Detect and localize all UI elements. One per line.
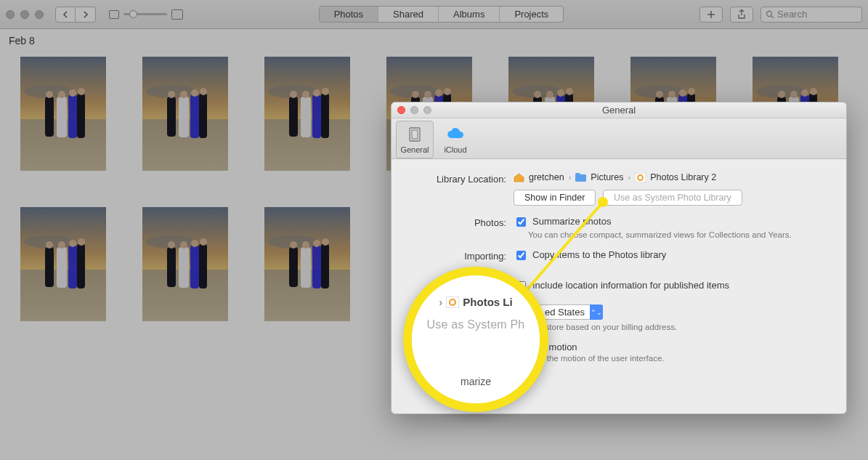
svg-rect-24 [575, 173, 580, 176]
search-placeholder: Search [777, 9, 807, 20]
share-icon [737, 9, 746, 20]
svg-point-10 [78, 88, 85, 95]
copy-items-label: Copy items to the Photos library [532, 249, 666, 260]
large-thumb-icon [171, 9, 183, 20]
chevron-right-icon: › [569, 173, 572, 182]
photo-thumbnail[interactable] [20, 57, 106, 171]
svg-rect-22 [412, 130, 418, 139]
photo-thumbnail[interactable] [142, 57, 228, 171]
tab-projects[interactable]: Projects [500, 7, 563, 22]
tab-photos[interactable]: Photos [320, 7, 378, 22]
svg-rect-4 [57, 97, 67, 137]
print-store-sub: a store based on your billing address. [538, 323, 833, 331]
include-location-label: Include location information for publish… [532, 280, 729, 291]
right-tool-group: Search [699, 7, 862, 23]
chevron-left-icon [62, 11, 68, 18]
photos-library-icon [635, 173, 646, 182]
photos-toolbar: Photos Shared Albums Projects Search [0, 0, 868, 29]
back-button[interactable] [55, 7, 76, 23]
reduce-motion-checkbox[interactable]: uce motion [531, 342, 833, 352]
icloud-icon [446, 125, 465, 144]
photo-thumbnail[interactable] [264, 207, 350, 321]
summarize-sub: You can choose compact, summarized views… [528, 230, 833, 239]
svg-point-9 [69, 89, 76, 97]
include-location-checkbox[interactable]: Include location information for publish… [514, 280, 833, 293]
copy-items-checkbox[interactable]: Copy items to the Photos library [514, 249, 833, 262]
svg-rect-25 [635, 173, 646, 182]
small-thumb-icon [109, 10, 119, 19]
magnifier-line1-text: Photos Li [463, 296, 512, 308]
magnifier-line3-text: marize [461, 376, 491, 387]
section-date: Feb 8 [9, 35, 35, 47]
add-button[interactable] [699, 7, 723, 23]
photo-content-icon [20, 57, 106, 171]
magnifier-line2-text: Use as System Ph [427, 318, 525, 331]
plus-icon [707, 10, 715, 19]
svg-rect-3 [45, 97, 54, 137]
prefs-titlebar: General [392, 102, 846, 118]
svg-rect-5 [68, 94, 77, 138]
svg-rect-6 [77, 93, 85, 138]
tab-shared[interactable]: Shared [378, 7, 439, 22]
thumbnail-size-slider[interactable] [109, 9, 183, 20]
home-folder-icon [514, 173, 524, 182]
use-as-system-library-button[interactable]: Use as System Photo Library [603, 190, 742, 206]
summarize-label: Summarize photos [532, 216, 611, 227]
svg-rect-28 [446, 296, 459, 308]
chevron-right-icon: › [628, 173, 630, 182]
crumb-pictures[interactable]: Pictures [591, 172, 623, 182]
prefs-title: General [392, 105, 846, 116]
window-traffic-lights [6, 10, 44, 19]
crumb-library[interactable]: Photos Library 2 [650, 172, 716, 182]
forward-button[interactable] [76, 7, 96, 23]
reduce-motion-sub-partial: uce the motion of the user interface. [531, 354, 833, 363]
close-dot[interactable] [6, 10, 15, 19]
zoom-dot[interactable] [35, 10, 44, 19]
summarize-checkbox-input[interactable] [516, 217, 526, 227]
search-field[interactable]: Search [760, 7, 862, 23]
photo-thumbnail[interactable] [142, 207, 228, 321]
tab-albums[interactable]: Albums [439, 7, 500, 22]
copy-items-checkbox-input[interactable] [516, 251, 526, 260]
library-location-label: Library Location: [405, 172, 514, 206]
svg-point-7 [46, 91, 53, 98]
chevron-right-icon [83, 11, 89, 18]
library-path-breadcrumb: gretchen › Pictures › Photos Library 2 [514, 172, 833, 182]
show-in-finder-button[interactable]: Show in Finder [514, 190, 596, 206]
photo-thumbnail[interactable] [20, 207, 106, 321]
nav-back-forward [55, 7, 96, 23]
magnifier-callout: › Photos Li Use as System Ph marize [403, 267, 548, 412]
minimize-dot[interactable] [20, 10, 29, 19]
prefs-tab-general[interactable]: General [396, 121, 434, 158]
share-button[interactable] [730, 7, 753, 23]
summarize-photos-checkbox[interactable]: Summarize photos [514, 216, 833, 229]
prefs-tab-label: iCloud [444, 145, 466, 154]
prefs-tab-bar: General iCloud [392, 118, 846, 159]
photo-thumbnail[interactable] [264, 57, 350, 171]
callout-dot [598, 197, 608, 207]
pictures-folder-icon [575, 173, 586, 182]
photos-library-icon [446, 296, 459, 308]
search-icon [766, 10, 774, 19]
crumb-user[interactable]: gretchen [529, 172, 564, 182]
view-segmented-control: Photos Shared Albums Projects [319, 6, 564, 23]
photos-label: Photos: [405, 216, 514, 239]
prefs-tab-label: General [400, 145, 429, 154]
magnifier-chevron-icon: › [439, 296, 442, 308]
prefs-tab-icloud[interactable]: iCloud [437, 121, 474, 158]
general-icon [405, 125, 424, 144]
svg-point-0 [766, 11, 771, 16]
svg-point-8 [58, 91, 65, 98]
